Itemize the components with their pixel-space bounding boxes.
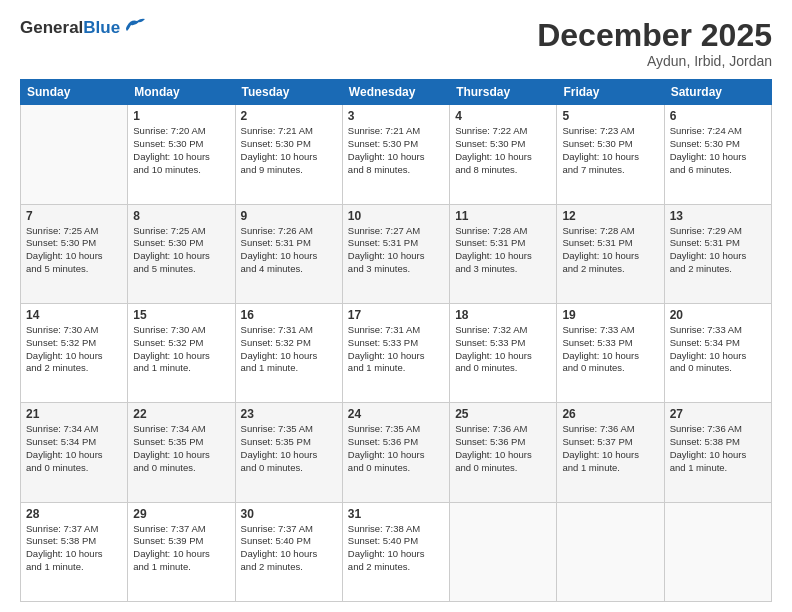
cell-info: Sunrise: 7:33 AMSunset: 5:33 PMDaylight:… (562, 324, 658, 375)
calendar-week-row: 7Sunrise: 7:25 AMSunset: 5:30 PMDaylight… (21, 204, 772, 303)
cell-info: Sunrise: 7:28 AMSunset: 5:31 PMDaylight:… (455, 225, 551, 276)
cell-info: Sunrise: 7:36 AMSunset: 5:38 PMDaylight:… (670, 423, 766, 474)
cell-info: Sunrise: 7:25 AMSunset: 5:30 PMDaylight:… (133, 225, 229, 276)
calendar-cell: 6Sunrise: 7:24 AMSunset: 5:30 PMDaylight… (664, 105, 771, 204)
day-number: 23 (241, 407, 337, 421)
calendar-cell: 17Sunrise: 7:31 AMSunset: 5:33 PMDayligh… (342, 303, 449, 402)
calendar-cell: 30Sunrise: 7:37 AMSunset: 5:40 PMDayligh… (235, 502, 342, 601)
day-number: 14 (26, 308, 122, 322)
cell-info: Sunrise: 7:38 AMSunset: 5:40 PMDaylight:… (348, 523, 444, 574)
calendar-cell: 31Sunrise: 7:38 AMSunset: 5:40 PMDayligh… (342, 502, 449, 601)
calendar-cell: 18Sunrise: 7:32 AMSunset: 5:33 PMDayligh… (450, 303, 557, 402)
day-number: 12 (562, 209, 658, 223)
day-number: 3 (348, 109, 444, 123)
calendar-cell: 1Sunrise: 7:20 AMSunset: 5:30 PMDaylight… (128, 105, 235, 204)
calendar-cell: 21Sunrise: 7:34 AMSunset: 5:34 PMDayligh… (21, 403, 128, 502)
cell-info: Sunrise: 7:25 AMSunset: 5:30 PMDaylight:… (26, 225, 122, 276)
cell-info: Sunrise: 7:37 AMSunset: 5:39 PMDaylight:… (133, 523, 229, 574)
cell-info: Sunrise: 7:37 AMSunset: 5:40 PMDaylight:… (241, 523, 337, 574)
cell-info: Sunrise: 7:30 AMSunset: 5:32 PMDaylight:… (26, 324, 122, 375)
calendar-cell: 15Sunrise: 7:30 AMSunset: 5:32 PMDayligh… (128, 303, 235, 402)
calendar-cell: 12Sunrise: 7:28 AMSunset: 5:31 PMDayligh… (557, 204, 664, 303)
day-number: 2 (241, 109, 337, 123)
calendar-cell: 10Sunrise: 7:27 AMSunset: 5:31 PMDayligh… (342, 204, 449, 303)
calendar-cell: 5Sunrise: 7:23 AMSunset: 5:30 PMDaylight… (557, 105, 664, 204)
calendar-cell: 16Sunrise: 7:31 AMSunset: 5:32 PMDayligh… (235, 303, 342, 402)
day-number: 6 (670, 109, 766, 123)
day-number: 16 (241, 308, 337, 322)
calendar-cell (21, 105, 128, 204)
logo-bird-icon (123, 17, 145, 35)
cell-info: Sunrise: 7:31 AMSunset: 5:33 PMDaylight:… (348, 324, 444, 375)
day-number: 28 (26, 507, 122, 521)
cell-info: Sunrise: 7:21 AMSunset: 5:30 PMDaylight:… (348, 125, 444, 176)
calendar-week-row: 1Sunrise: 7:20 AMSunset: 5:30 PMDaylight… (21, 105, 772, 204)
header: GeneralBlue December 2025 Aydun, Irbid, … (20, 18, 772, 69)
page: GeneralBlue December 2025 Aydun, Irbid, … (0, 0, 792, 612)
calendar-cell (557, 502, 664, 601)
cell-info: Sunrise: 7:30 AMSunset: 5:32 PMDaylight:… (133, 324, 229, 375)
calendar-cell (664, 502, 771, 601)
cell-info: Sunrise: 7:21 AMSunset: 5:30 PMDaylight:… (241, 125, 337, 176)
cell-info: Sunrise: 7:36 AMSunset: 5:37 PMDaylight:… (562, 423, 658, 474)
cell-info: Sunrise: 7:23 AMSunset: 5:30 PMDaylight:… (562, 125, 658, 176)
calendar-cell: 9Sunrise: 7:26 AMSunset: 5:31 PMDaylight… (235, 204, 342, 303)
cell-info: Sunrise: 7:26 AMSunset: 5:31 PMDaylight:… (241, 225, 337, 276)
col-header-sunday: Sunday (21, 80, 128, 105)
calendar-cell: 11Sunrise: 7:28 AMSunset: 5:31 PMDayligh… (450, 204, 557, 303)
cell-info: Sunrise: 7:37 AMSunset: 5:38 PMDaylight:… (26, 523, 122, 574)
col-header-saturday: Saturday (664, 80, 771, 105)
cell-info: Sunrise: 7:35 AMSunset: 5:36 PMDaylight:… (348, 423, 444, 474)
day-number: 19 (562, 308, 658, 322)
calendar-cell: 23Sunrise: 7:35 AMSunset: 5:35 PMDayligh… (235, 403, 342, 502)
calendar-week-row: 14Sunrise: 7:30 AMSunset: 5:32 PMDayligh… (21, 303, 772, 402)
day-number: 29 (133, 507, 229, 521)
calendar-cell: 28Sunrise: 7:37 AMSunset: 5:38 PMDayligh… (21, 502, 128, 601)
calendar-cell: 19Sunrise: 7:33 AMSunset: 5:33 PMDayligh… (557, 303, 664, 402)
cell-info: Sunrise: 7:34 AMSunset: 5:35 PMDaylight:… (133, 423, 229, 474)
day-number: 1 (133, 109, 229, 123)
cell-info: Sunrise: 7:35 AMSunset: 5:35 PMDaylight:… (241, 423, 337, 474)
calendar-cell (450, 502, 557, 601)
calendar-cell: 3Sunrise: 7:21 AMSunset: 5:30 PMDaylight… (342, 105, 449, 204)
col-header-thursday: Thursday (450, 80, 557, 105)
cell-info: Sunrise: 7:29 AMSunset: 5:31 PMDaylight:… (670, 225, 766, 276)
calendar-cell: 20Sunrise: 7:33 AMSunset: 5:34 PMDayligh… (664, 303, 771, 402)
cell-info: Sunrise: 7:22 AMSunset: 5:30 PMDaylight:… (455, 125, 551, 176)
calendar-header-row: SundayMondayTuesdayWednesdayThursdayFrid… (21, 80, 772, 105)
calendar-cell: 13Sunrise: 7:29 AMSunset: 5:31 PMDayligh… (664, 204, 771, 303)
cell-info: Sunrise: 7:32 AMSunset: 5:33 PMDaylight:… (455, 324, 551, 375)
calendar-cell: 2Sunrise: 7:21 AMSunset: 5:30 PMDaylight… (235, 105, 342, 204)
calendar-cell: 22Sunrise: 7:34 AMSunset: 5:35 PMDayligh… (128, 403, 235, 502)
day-number: 9 (241, 209, 337, 223)
title-block: December 2025 Aydun, Irbid, Jordan (537, 18, 772, 69)
day-number: 31 (348, 507, 444, 521)
calendar-week-row: 28Sunrise: 7:37 AMSunset: 5:38 PMDayligh… (21, 502, 772, 601)
col-header-friday: Friday (557, 80, 664, 105)
cell-info: Sunrise: 7:31 AMSunset: 5:32 PMDaylight:… (241, 324, 337, 375)
col-header-monday: Monday (128, 80, 235, 105)
day-number: 17 (348, 308, 444, 322)
day-number: 27 (670, 407, 766, 421)
day-number: 18 (455, 308, 551, 322)
cell-info: Sunrise: 7:34 AMSunset: 5:34 PMDaylight:… (26, 423, 122, 474)
day-number: 26 (562, 407, 658, 421)
calendar-table: SundayMondayTuesdayWednesdayThursdayFrid… (20, 79, 772, 602)
cell-info: Sunrise: 7:24 AMSunset: 5:30 PMDaylight:… (670, 125, 766, 176)
day-number: 25 (455, 407, 551, 421)
calendar-cell: 24Sunrise: 7:35 AMSunset: 5:36 PMDayligh… (342, 403, 449, 502)
calendar-cell: 7Sunrise: 7:25 AMSunset: 5:30 PMDaylight… (21, 204, 128, 303)
cell-info: Sunrise: 7:27 AMSunset: 5:31 PMDaylight:… (348, 225, 444, 276)
day-number: 24 (348, 407, 444, 421)
calendar-cell: 4Sunrise: 7:22 AMSunset: 5:30 PMDaylight… (450, 105, 557, 204)
cell-info: Sunrise: 7:20 AMSunset: 5:30 PMDaylight:… (133, 125, 229, 176)
day-number: 13 (670, 209, 766, 223)
day-number: 5 (562, 109, 658, 123)
month-title: December 2025 (537, 18, 772, 53)
cell-info: Sunrise: 7:33 AMSunset: 5:34 PMDaylight:… (670, 324, 766, 375)
day-number: 15 (133, 308, 229, 322)
day-number: 10 (348, 209, 444, 223)
day-number: 4 (455, 109, 551, 123)
day-number: 8 (133, 209, 229, 223)
calendar-cell: 29Sunrise: 7:37 AMSunset: 5:39 PMDayligh… (128, 502, 235, 601)
